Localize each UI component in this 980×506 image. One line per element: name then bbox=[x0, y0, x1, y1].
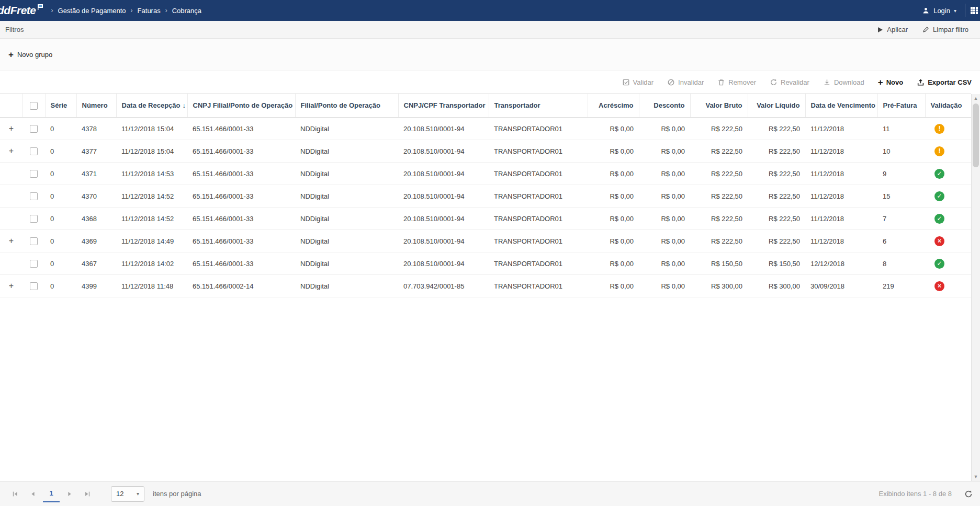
previous-page-icon bbox=[29, 490, 37, 498]
cell-vencimento: 11/12/2018 bbox=[805, 118, 877, 140]
expand-row-button[interactable]: + bbox=[7, 146, 16, 156]
new-button[interactable]: + Novo bbox=[878, 78, 903, 87]
cell-expand: + bbox=[0, 208, 22, 230]
grid-toolbar: Validar Invalidar Remover Revalidar Down… bbox=[0, 71, 980, 93]
column-header-data-recepcao[interactable]: Data de Recepção↓ bbox=[116, 94, 187, 118]
scrollbar-thumb[interactable] bbox=[973, 104, 979, 167]
cell-serie: 0 bbox=[45, 185, 76, 208]
expand-row-button[interactable]: + bbox=[7, 124, 16, 133]
table-row[interactable]: + 0 4369 11/12/2018 14:49 65.151.466/000… bbox=[0, 230, 971, 252]
column-header-select-all[interactable] bbox=[22, 94, 45, 118]
expand-row-button[interactable]: + bbox=[7, 281, 16, 291]
cell-acrescimo: R$ 0,00 bbox=[588, 230, 639, 252]
cell-transportador: TRANSPORTADOR01 bbox=[489, 163, 588, 185]
column-header-valor-liquido[interactable]: Valor Líquido bbox=[748, 94, 805, 118]
cell-acrescimo: R$ 0,00 bbox=[588, 208, 639, 230]
row-checkbox[interactable] bbox=[30, 125, 38, 133]
row-checkbox[interactable] bbox=[30, 237, 38, 245]
column-header-filial[interactable]: Filial/Ponto de Operação bbox=[295, 94, 398, 118]
cell-expand: + bbox=[0, 275, 22, 297]
row-checkbox[interactable] bbox=[30, 170, 38, 178]
cell-cnpj-transportador: 20.108.510/0001-94 bbox=[398, 230, 489, 252]
cell-serie: 0 bbox=[45, 163, 76, 185]
invalidate-button[interactable]: Invalidar bbox=[667, 78, 704, 86]
table-row[interactable]: + 0 4377 11/12/2018 15:04 65.151.466/000… bbox=[0, 140, 971, 163]
cell-data-recepcao: 11/12/2018 14:53 bbox=[116, 163, 187, 185]
login-label: Login bbox=[933, 7, 950, 15]
select-all-checkbox[interactable] bbox=[30, 102, 38, 110]
row-checkbox[interactable] bbox=[30, 260, 38, 268]
table-row[interactable]: + 0 4368 11/12/2018 14:52 65.151.466/000… bbox=[0, 208, 971, 230]
table-row[interactable]: + 0 4371 11/12/2018 14:53 65.151.466/000… bbox=[0, 163, 971, 185]
cell-desconto: R$ 0,00 bbox=[639, 208, 690, 230]
apply-filter-button[interactable]: Aplicar bbox=[877, 26, 908, 33]
export-csv-button[interactable]: Exportar CSV bbox=[917, 78, 972, 86]
table-row[interactable]: + 0 4378 11/12/2018 15:04 65.151.466/000… bbox=[0, 118, 971, 140]
column-header-numero[interactable]: Número bbox=[76, 94, 116, 118]
cell-validacao: ✓ bbox=[925, 252, 971, 275]
table-row[interactable]: + 0 4367 11/12/2018 14:02 65.151.466/000… bbox=[0, 252, 971, 275]
apps-icon[interactable] bbox=[965, 0, 980, 21]
previous-page-button[interactable] bbox=[25, 486, 41, 502]
column-header-data-vencimento[interactable]: Data de Vencimento bbox=[805, 94, 877, 118]
validation-status-icon: × bbox=[934, 281, 944, 291]
page-number-button[interactable]: 1 bbox=[43, 486, 60, 502]
column-header-desconto[interactable]: Desconto bbox=[639, 94, 690, 118]
row-checkbox[interactable] bbox=[30, 192, 38, 200]
row-checkbox[interactable] bbox=[30, 215, 38, 223]
cell-valor-bruto: R$ 222,50 bbox=[690, 140, 748, 163]
scroll-up-icon[interactable]: ▲ bbox=[972, 94, 980, 102]
breadcrumb-faturas[interactable]: Faturas bbox=[138, 7, 161, 15]
validation-status-icon: ✓ bbox=[934, 259, 944, 269]
cell-cnpj-filial: 65.151.466/0001-33 bbox=[187, 140, 295, 163]
breadcrumb-cobranca[interactable]: Cobrança bbox=[172, 7, 201, 15]
column-header-transportador[interactable]: Transportador bbox=[489, 94, 588, 118]
page-size-select[interactable]: 12 ▾ bbox=[111, 486, 144, 502]
next-page-button[interactable] bbox=[62, 486, 77, 502]
login-menu[interactable]: Login ▾ bbox=[914, 0, 965, 21]
app-logo[interactable]: ddFrete bbox=[0, 1, 44, 20]
expand-row-button[interactable]: + bbox=[7, 236, 16, 246]
cell-filial: NDDigital bbox=[295, 163, 398, 185]
cell-desconto: R$ 0,00 bbox=[639, 118, 690, 140]
first-page-icon bbox=[12, 490, 19, 498]
refresh-grid-button[interactable] bbox=[964, 490, 973, 498]
remove-button[interactable]: Remover bbox=[717, 78, 756, 86]
row-checkbox[interactable] bbox=[30, 282, 38, 290]
cell-serie: 0 bbox=[45, 230, 76, 252]
breadcrumb-gestao-de-pagamento[interactable]: Gestão de Pagamento bbox=[58, 7, 126, 15]
validation-status-icon: ! bbox=[934, 124, 944, 134]
clear-filter-button[interactable]: Limpar filtro bbox=[922, 26, 968, 33]
table-header-row: Série Número Data de Recepção↓ CNPJ Fili… bbox=[0, 94, 971, 118]
first-page-button[interactable] bbox=[7, 486, 23, 502]
cell-acrescimo: R$ 0,00 bbox=[588, 140, 639, 163]
last-page-icon bbox=[84, 490, 91, 498]
cell-valor-bruto: R$ 150,50 bbox=[690, 252, 748, 275]
cell-vencimento: 30/09/2018 bbox=[805, 275, 877, 297]
cell-numero: 4378 bbox=[76, 118, 116, 140]
table-row[interactable]: + 0 4399 11/12/2018 11:48 65.151.466/000… bbox=[0, 275, 971, 297]
invoices-table: Série Número Data de Recepção↓ CNPJ Fili… bbox=[0, 93, 971, 297]
scroll-down-icon[interactable]: ▼ bbox=[972, 473, 980, 481]
column-header-acrescimo[interactable]: Acréscimo bbox=[588, 94, 639, 118]
revalidate-button[interactable]: Revalidar bbox=[770, 78, 809, 86]
validate-button[interactable]: Validar bbox=[622, 78, 654, 86]
column-header-cnpj-transportador[interactable]: CNPJ/CPF Transportador bbox=[398, 94, 489, 118]
new-group-button[interactable]: + Novo grupo bbox=[8, 50, 52, 59]
cell-filial: NDDigital bbox=[295, 185, 398, 208]
column-header-cnpj-filial[interactable]: CNPJ Filial/Ponto de Operação bbox=[187, 94, 295, 118]
last-page-button[interactable] bbox=[80, 486, 95, 502]
cell-checkbox bbox=[22, 185, 45, 208]
download-button[interactable]: Download bbox=[823, 78, 864, 86]
cell-filial: NDDigital bbox=[295, 275, 398, 297]
column-header-valor-bruto[interactable]: Valor Bruto bbox=[690, 94, 748, 118]
table-row[interactable]: + 0 4370 11/12/2018 14:52 65.151.466/000… bbox=[0, 185, 971, 208]
column-header-pre-fatura[interactable]: Pré-Fatura bbox=[877, 94, 925, 118]
row-checkbox[interactable] bbox=[30, 147, 38, 155]
column-header-serie[interactable]: Série bbox=[45, 94, 76, 118]
logo-text: ddFrete bbox=[0, 1, 36, 20]
vertical-scrollbar[interactable]: ▲ ▼ bbox=[971, 94, 980, 481]
cell-filial: NDDigital bbox=[295, 118, 398, 140]
column-header-validacao[interactable]: Validação bbox=[925, 94, 971, 118]
revalidate-label: Revalidar bbox=[781, 78, 809, 86]
